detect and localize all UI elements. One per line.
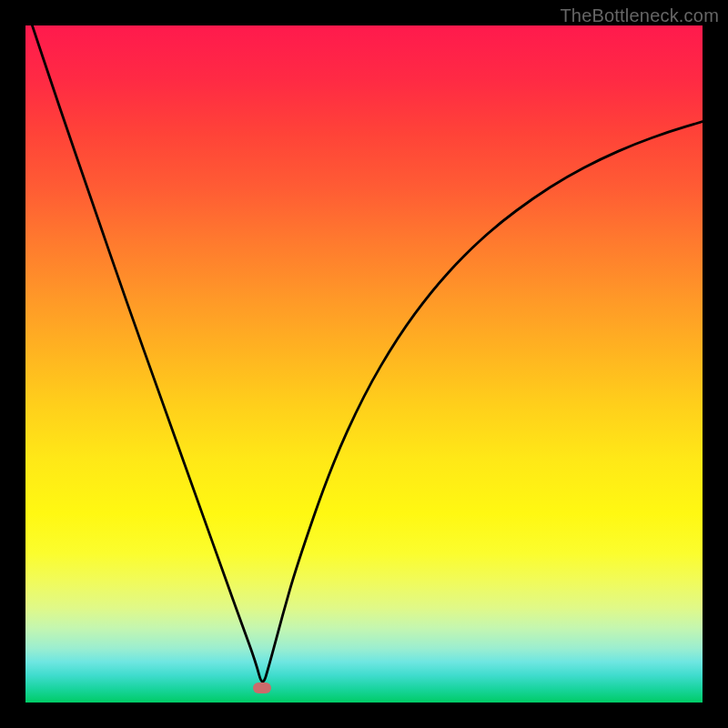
curve-svg — [25, 25, 703, 703]
watermark-text: TheBottleneck.com — [560, 5, 719, 26]
optimal-point-marker — [253, 682, 271, 693]
bottleneck-curve — [25, 25, 703, 682]
chart-frame: TheBottleneck.com — [0, 0, 728, 728]
plot-area — [25, 25, 703, 703]
